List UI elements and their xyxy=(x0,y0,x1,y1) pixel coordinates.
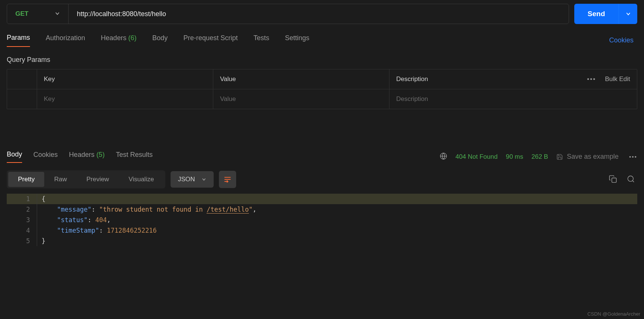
status-code: 404 Not Found xyxy=(455,153,497,161)
query-params-table: Key Value Description ••• Bulk Edit Key … xyxy=(7,69,637,109)
code-line: 5 } xyxy=(7,236,637,246)
format-select[interactable]: JSON xyxy=(171,171,214,188)
more-options-icon[interactable]: ••• xyxy=(587,75,596,83)
response-tab-body[interactable]: Body xyxy=(7,150,22,163)
view-toolbar: Pretty Raw Preview Visualize JSON xyxy=(7,170,637,188)
table-header-check xyxy=(7,69,37,89)
bulk-edit-button[interactable]: Bulk Edit xyxy=(605,75,630,83)
code-text[interactable]: } xyxy=(37,236,45,246)
code-text[interactable]: "message": "throw student not found in /… xyxy=(37,204,256,215)
cookies-link[interactable]: Cookies xyxy=(609,36,637,44)
chevron-down-icon xyxy=(55,11,60,17)
response-meta: 404 Not Found 90 ms 262 B Save as exampl… xyxy=(440,152,637,161)
query-params-title: Query Params xyxy=(7,56,637,64)
code-text[interactable]: { xyxy=(37,194,45,204)
search-icon[interactable] xyxy=(625,173,637,187)
copy-icon[interactable] xyxy=(607,173,619,187)
key-input[interactable]: Key xyxy=(37,89,213,109)
svg-point-4 xyxy=(628,176,634,181)
http-method-select[interactable]: GET xyxy=(7,4,69,24)
response-tab-cookies[interactable]: Cookies xyxy=(33,151,58,163)
svg-rect-3 xyxy=(612,178,616,182)
code-text[interactable]: "status": 404, xyxy=(37,215,111,225)
line-number: 1 xyxy=(7,194,37,204)
line-number: 3 xyxy=(7,215,37,225)
tab-headers[interactable]: Headers (6) xyxy=(101,34,136,47)
table-header-desc: Description ••• Bulk Edit xyxy=(389,69,637,89)
tab-prerequest[interactable]: Pre-request Script xyxy=(183,34,238,47)
code-line: 4 "timeStamp": 1712846252216 xyxy=(7,225,637,236)
table-header-value: Value xyxy=(213,69,389,89)
globe-icon[interactable] xyxy=(440,152,447,161)
save-as-example-label: Save as example xyxy=(567,153,619,161)
url-input[interactable] xyxy=(69,4,569,24)
request-tabs: Params Authorization Headers (6) Body Pr… xyxy=(7,31,637,47)
table-header-desc-label: Description xyxy=(396,75,428,83)
view-raw[interactable]: Raw xyxy=(44,172,76,187)
line-number: 5 xyxy=(7,236,37,246)
send-button[interactable]: Send xyxy=(574,4,619,24)
tab-tests[interactable]: Tests xyxy=(253,34,269,47)
format-label: JSON xyxy=(178,176,195,183)
row-checkbox[interactable] xyxy=(7,89,37,109)
tab-params[interactable]: Params xyxy=(7,34,30,47)
code-line: 1 { xyxy=(7,194,637,204)
response-tab-testresults[interactable]: Test Results xyxy=(116,151,153,163)
response-section: Body Cookies Headers (5) Test Results 40… xyxy=(7,150,637,246)
response-tab-headers[interactable]: Headers (5) xyxy=(69,151,105,163)
svg-line-5 xyxy=(633,181,634,182)
code-line: 2 "message": "throw student not found in… xyxy=(7,204,637,215)
tab-headers-label: Headers xyxy=(101,34,126,42)
tab-body[interactable]: Body xyxy=(152,34,168,47)
table-header-key: Key xyxy=(37,69,213,89)
response-more-icon[interactable]: ••• xyxy=(629,153,637,160)
view-pretty[interactable]: Pretty xyxy=(8,172,44,187)
response-size: 262 B xyxy=(532,153,548,161)
response-tab-headers-count: (5) xyxy=(96,151,105,158)
watermark: CSDN @GoldenaArcher xyxy=(587,311,640,317)
request-bar: GET Send xyxy=(7,4,637,24)
view-preview[interactable]: Preview xyxy=(76,172,118,187)
line-number: 2 xyxy=(7,204,37,215)
response-time: 90 ms xyxy=(506,153,523,161)
response-tab-headers-label: Headers xyxy=(69,151,94,158)
wrap-lines-button[interactable] xyxy=(219,171,236,188)
save-as-example-button[interactable]: Save as example xyxy=(556,153,619,161)
table-input-row: Key Value Description xyxy=(7,89,637,109)
send-dropdown-button[interactable] xyxy=(619,4,637,24)
http-method-label: GET xyxy=(15,10,28,18)
response-tabs: Body Cookies Headers (5) Test Results 40… xyxy=(7,150,637,163)
url-box: GET xyxy=(7,4,569,24)
tab-authorization[interactable]: Authorization xyxy=(46,34,85,47)
code-line: 3 "status": 404, xyxy=(7,215,637,225)
view-mode-tabs: Pretty Raw Preview Visualize xyxy=(7,170,165,188)
send-group: Send xyxy=(574,4,637,24)
view-visualize[interactable]: Visualize xyxy=(119,172,164,187)
table-header-row: Key Value Description ••• Bulk Edit xyxy=(7,69,637,89)
code-text[interactable]: "timeStamp": 1712846252216 xyxy=(37,225,157,236)
tab-settings[interactable]: Settings xyxy=(285,34,309,47)
line-number: 4 xyxy=(7,225,37,236)
tab-headers-count: (6) xyxy=(128,34,136,42)
description-input[interactable]: Description xyxy=(389,89,637,109)
value-input[interactable]: Value xyxy=(213,89,389,109)
response-body: 1 { 2 "message": "throw student not foun… xyxy=(7,194,637,246)
